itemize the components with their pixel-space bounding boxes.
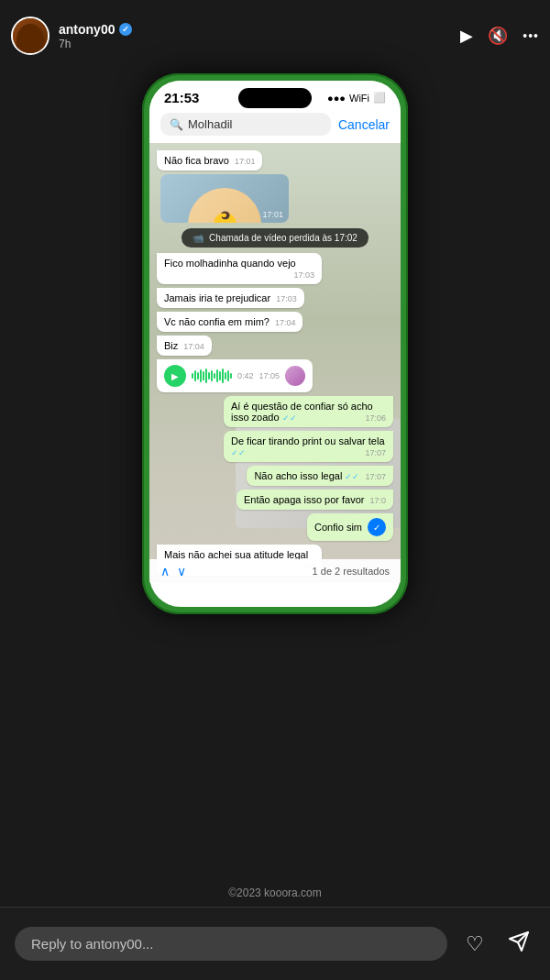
reply-input[interactable]: Reply to antony00... <box>15 927 447 961</box>
photo-time: 17:01 <box>262 210 283 219</box>
wave-bar <box>200 369 202 382</box>
msg3-time: 17:03 <box>293 270 314 280</box>
wave-bar <box>222 369 224 383</box>
msg5-text: Vc não confia em mim? <box>164 316 270 327</box>
message-10: Não acho isso legal 17:07 ✓✓ <box>247 466 393 486</box>
msg10-text: Não acho isso legal <box>254 470 342 481</box>
voice-time: 17:05 <box>259 371 280 380</box>
msg10-time: 17:07 <box>365 472 386 481</box>
missed-call-icon: 📹 <box>192 233 204 243</box>
wave-bar <box>225 372 226 380</box>
blue-check-icon: ✓ <box>368 518 386 536</box>
header-username: antony00 ✓ <box>59 22 460 37</box>
phone-screen: 21:53 ●●● WiFi ⬜ 🔍 Molhadil Cancelar <box>149 81 401 607</box>
msg8-text: Aí é questão de confiar só acho isso zoa… <box>231 401 373 423</box>
search-result-bar: ∧ ∨ 1 de 2 resultados <box>149 559 401 583</box>
search-result-count: 1 de 2 resultados <box>313 566 390 577</box>
missed-call-text: Chamada de vídeo perdida às 17:02 <box>209 233 358 243</box>
phone-search-input[interactable]: 🔍 Molhadil <box>160 113 331 136</box>
message-3: Fico molhadinha quando vejo 17:03 <box>157 253 322 284</box>
wave-bar <box>203 371 204 380</box>
msg6-text: Biz <box>164 340 178 351</box>
msg1-text: Não fica bravo <box>164 155 229 166</box>
wave-bar <box>194 370 196 381</box>
photo-message: 👶 17:01 <box>160 174 289 223</box>
msg11-text: Então apaga isso por favor <box>244 494 364 505</box>
arrow-up-icon[interactable]: ∧ <box>160 564 170 578</box>
wave-bar <box>211 370 213 381</box>
kooora-watermark: ©2023 kooora.com <box>0 886 550 899</box>
nav-arrows[interactable]: ∧ ∨ <box>160 564 186 578</box>
verified-badge: ✓ <box>119 23 132 36</box>
voice-avatar <box>285 366 305 386</box>
phone-search-bar: 🔍 Molhadil Cancelar <box>149 109 401 143</box>
face-emoji: 👶 <box>209 210 241 224</box>
wave-bar <box>216 369 218 382</box>
read-check-10: ✓✓ <box>345 472 359 481</box>
reply-placeholder: Reply to antony00... <box>31 936 153 952</box>
message-4: Jamais iria te prejudicar 17:03 <box>157 288 304 308</box>
phone-outer-case: 21:53 ●●● WiFi ⬜ 🔍 Molhadil Cancelar <box>142 73 408 614</box>
phone-mockup: 21:53 ●●● WiFi ⬜ 🔍 Molhadil Cancelar <box>142 73 408 614</box>
msg8-time: 17:06 <box>365 413 386 423</box>
battery-icon: ⬜ <box>373 92 386 104</box>
more-icon[interactable]: ••• <box>522 28 539 43</box>
voice-message: ▶ <box>157 359 313 392</box>
baby-photo: 👶 <box>188 188 261 223</box>
message-1: Não fica bravo 17:01 <box>157 150 262 171</box>
waveform <box>192 367 232 385</box>
play-icon[interactable]: ▶ <box>460 26 473 46</box>
wifi-icon: WiFi <box>349 93 369 104</box>
message-6: Biz 17:04 <box>157 336 212 356</box>
message-12: Confio sim ✓ <box>307 513 393 541</box>
msg4-text: Jamais iria te prejudicar <box>164 292 270 303</box>
msg12-text: Confio sim <box>314 522 362 533</box>
send-button[interactable] <box>502 928 535 961</box>
header-info: antony00 ✓ 7h <box>59 22 460 50</box>
send-icon <box>508 930 530 958</box>
wave-bar <box>219 371 221 380</box>
arrow-down-icon[interactable]: ∨ <box>177 564 186 578</box>
read-check-8: ✓✓ <box>282 413 297 423</box>
search-magnifier-icon: 🔍 <box>170 118 183 131</box>
header-time: 7h <box>59 38 460 50</box>
heart-button[interactable]: ♡ <box>458 928 491 961</box>
msg9-time: 17:07 <box>365 448 386 457</box>
msg11-time: 17:0 <box>369 496 386 505</box>
missed-call-bubble: 📹 Chamada de vídeo perdida às 17:02 <box>182 228 368 248</box>
search-text: Molhadil <box>188 117 232 131</box>
chat-messages: Não fica bravo 17:01 👶 17:01 📹 <box>149 143 401 583</box>
wave-bar <box>214 373 215 379</box>
msg6-time: 17:04 <box>183 342 204 351</box>
message-5: Vc não confia em mim? 17:04 <box>157 312 302 332</box>
heart-icon: ♡ <box>466 932 484 956</box>
story-content: 21:53 ●●● WiFi ⬜ 🔍 Molhadil Cancelar <box>0 0 550 980</box>
chat-screenshot: Não fica bravo 17:01 👶 17:01 📹 <box>149 143 401 583</box>
avatar[interactable] <box>11 17 50 55</box>
status-icons: ●●● WiFi ⬜ <box>327 92 386 104</box>
wave-bar <box>197 372 199 380</box>
message-11: Então apaga isso por favor 17:0 <box>236 490 393 510</box>
play-button[interactable]: ▶ <box>164 365 186 387</box>
msg3-text: Fico molhadinha quando vejo <box>164 258 296 269</box>
phone-time: 21:53 <box>164 90 199 105</box>
wave-bar <box>192 373 193 379</box>
header-actions: ▶ 🔇 ••• <box>460 26 539 46</box>
avatar-image <box>13 18 48 53</box>
message-9: De ficar tirando print ou salvar tela 17… <box>224 431 393 462</box>
dynamic-island <box>238 88 312 108</box>
wave-bar <box>205 369 207 383</box>
mute-icon[interactable]: 🔇 <box>488 26 508 46</box>
msg4-time: 17:03 <box>276 294 297 303</box>
avatar-silhouette <box>16 24 44 53</box>
signal-icon: ●●● <box>327 93 346 104</box>
wave-bar <box>230 373 232 379</box>
msg1-time: 17:01 <box>235 157 256 166</box>
read-check-9: ✓✓ <box>231 448 246 457</box>
cancel-button[interactable]: Cancelar <box>338 117 390 132</box>
story-header: antony00 ✓ 7h ▶ 🔇 ••• <box>0 17 550 55</box>
voice-duration: 0:42 <box>237 371 254 380</box>
msg9-text: De ficar tirando print ou salvar tela <box>231 435 385 446</box>
wave-bar <box>208 372 210 380</box>
message-8: Aí é questão de confiar só acho isso zoa… <box>224 396 393 427</box>
